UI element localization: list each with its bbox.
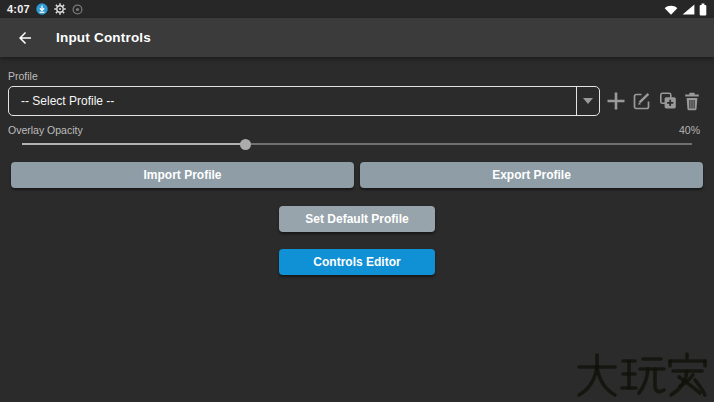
- overlay-opacity-label: Overlay Opacity: [8, 124, 83, 136]
- watermark: 大玩家: [576, 352, 708, 398]
- slider-thumb[interactable]: [240, 139, 251, 150]
- export-profile-button[interactable]: Export Profile: [360, 162, 703, 188]
- profile-label: Profile: [8, 70, 714, 82]
- opacity-row: Overlay Opacity 40%: [8, 124, 700, 136]
- plus-icon: [606, 91, 626, 111]
- content: Profile -- Select Profile --: [0, 70, 714, 275]
- import-profile-button[interactable]: Import Profile: [11, 162, 354, 188]
- import-export-row: Import Profile Export Profile: [0, 162, 714, 188]
- wifi-icon: [664, 4, 678, 15]
- action-bar: Input Controls: [0, 18, 714, 57]
- profile-dropdown[interactable]: -- Select Profile --: [8, 86, 600, 116]
- profile-dropdown-value: -- Select Profile --: [9, 87, 576, 115]
- slider-track-filled: [22, 143, 245, 145]
- settings-gear-icon: [54, 3, 66, 15]
- profile-dropdown-arrow[interactable]: [576, 87, 599, 115]
- chevron-down-icon: [583, 98, 593, 104]
- status-time: 4:07: [7, 3, 30, 15]
- back-arrow-icon: [16, 29, 34, 47]
- duplicate-icon: [658, 92, 678, 111]
- edit-icon: [632, 91, 652, 111]
- screen-record-icon: [72, 4, 83, 15]
- add-profile-button[interactable]: [606, 91, 626, 111]
- page-title: Input Controls: [56, 30, 151, 45]
- battery-icon: [699, 3, 707, 16]
- slider-track-empty: [245, 143, 692, 145]
- trash-icon: [684, 92, 700, 111]
- cellular-signal-icon: [682, 4, 695, 15]
- edit-profile-button[interactable]: [632, 91, 652, 111]
- watermark-glyphs: [576, 352, 708, 398]
- overlay-opacity-slider[interactable]: [22, 138, 692, 150]
- screen: 4:07: [0, 0, 714, 402]
- profile-actions: [606, 91, 700, 111]
- duplicate-profile-button[interactable]: [658, 92, 678, 111]
- overlay-opacity-value: 40%: [679, 124, 700, 136]
- status-bar-left: 4:07: [7, 3, 83, 15]
- profile-row: -- Select Profile --: [0, 86, 714, 116]
- delete-profile-button[interactable]: [684, 92, 700, 111]
- download-icon: [36, 3, 48, 15]
- back-button[interactable]: [16, 28, 36, 48]
- status-bar-right: [664, 3, 707, 16]
- set-default-profile-button[interactable]: Set Default Profile: [279, 206, 435, 232]
- status-bar: 4:07: [0, 0, 714, 18]
- controls-editor-button[interactable]: Controls Editor: [279, 249, 435, 275]
